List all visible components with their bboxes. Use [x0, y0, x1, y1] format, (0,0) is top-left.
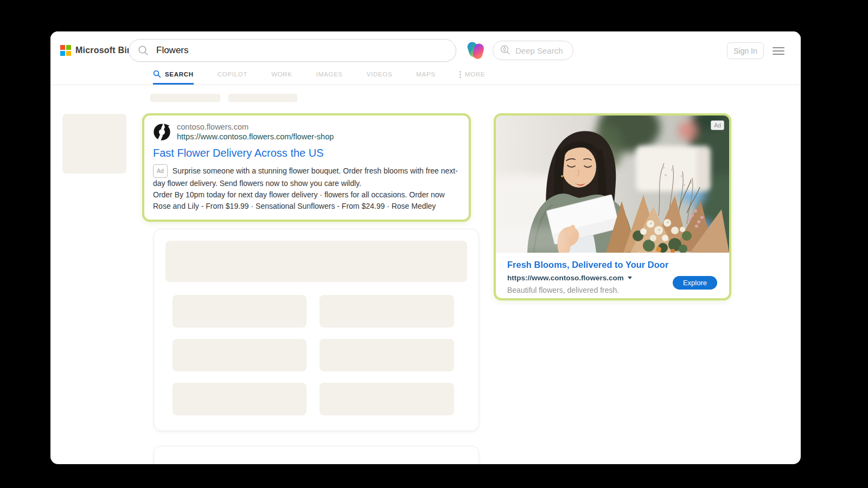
- image-ad-title-link[interactable]: Fresh Blooms, Delivered to Your Door: [507, 260, 718, 270]
- deep-search-button[interactable]: Deep Search: [493, 41, 573, 60]
- tab-search[interactable]: SEARCH: [153, 66, 194, 85]
- result-placeholder: [320, 339, 454, 371]
- search-tab-icon: [153, 70, 161, 79]
- browser-window: Microsoft Bing: [50, 31, 801, 464]
- result-placeholder: [165, 241, 467, 282]
- result-placeholder: [320, 383, 454, 415]
- ad-photo[interactable]: Ad: [496, 115, 729, 253]
- ad-header: contoso.flowers.com https://www.contoso.…: [153, 122, 460, 143]
- tab-copilot[interactable]: COPILOT: [218, 66, 247, 85]
- tab-maps[interactable]: MAPS: [416, 66, 435, 85]
- search-input[interactable]: [156, 45, 456, 56]
- result-placeholder: [173, 339, 307, 371]
- ad-offer-line: Order By 10pm today for next day flower …: [153, 189, 460, 201]
- ad-title-link[interactable]: Fast Flower Delivery Across the US: [153, 147, 460, 159]
- image-ad-card[interactable]: Ad Fresh Blooms, Delivered to Your Door …: [494, 113, 731, 300]
- result-placeholder: [320, 295, 454, 328]
- search-tabs: SEARCH COPILOT WORK IMAGES VIDEOS MAPS M…: [153, 66, 485, 85]
- ad-badge: Ad: [153, 164, 168, 178]
- image-ad-url-text: https://www.contoso.flowers.com: [507, 274, 624, 282]
- ad-badge: Ad: [711, 120, 724, 130]
- ad-products-line: Rose and Lily - From $19.99 · Sensationa…: [153, 201, 460, 212]
- tab-work[interactable]: WORK: [271, 66, 292, 85]
- ad-description-text: Surprise someone with a stunning flower …: [153, 166, 458, 188]
- result-placeholder: [173, 295, 307, 328]
- bing-header: Microsoft Bing: [50, 31, 801, 85]
- filter-placeholder: [150, 94, 220, 102]
- tab-images[interactable]: IMAGES: [316, 66, 343, 85]
- ad-source: contoso.flowers.com https://www.contoso.…: [177, 122, 334, 142]
- menu-icon[interactable]: [773, 47, 784, 55]
- search-box[interactable]: [129, 39, 456, 62]
- explore-button[interactable]: Explore: [673, 276, 717, 290]
- ad-description: AdSurprise someone with a stunning flowe…: [153, 164, 467, 189]
- tab-more[interactable]: MORE: [459, 66, 485, 85]
- microsoft-logo-icon: [60, 45, 71, 56]
- bing-brand[interactable]: Microsoft Bing: [60, 45, 138, 56]
- results-placeholder-card-partial: [154, 446, 479, 464]
- ad-photo-illustration: [496, 115, 729, 253]
- sign-in-button[interactable]: Sign In: [727, 42, 764, 59]
- results-placeholder-card: [154, 229, 479, 431]
- search-icon[interactable]: [138, 45, 149, 56]
- deep-search-label: Deep Search: [515, 46, 563, 55]
- contoso-logo-icon: [153, 123, 171, 143]
- sidebar-placeholder: [62, 114, 126, 174]
- deep-search-icon: [500, 44, 510, 57]
- vertical-dots-icon: [459, 71, 461, 78]
- ad-domain[interactable]: contoso.flowers.com: [177, 122, 334, 132]
- filter-placeholder: [228, 94, 297, 102]
- result-placeholder: [173, 383, 307, 415]
- url-dropdown-icon[interactable]: [628, 277, 632, 279]
- ad-url[interactable]: https://www.contoso.flowers.com/flower-s…: [177, 132, 334, 142]
- tab-videos[interactable]: VIDEOS: [367, 66, 393, 85]
- sponsored-result-card[interactable]: contoso.flowers.com https://www.contoso.…: [142, 113, 471, 222]
- copilot-icon[interactable]: [465, 40, 486, 61]
